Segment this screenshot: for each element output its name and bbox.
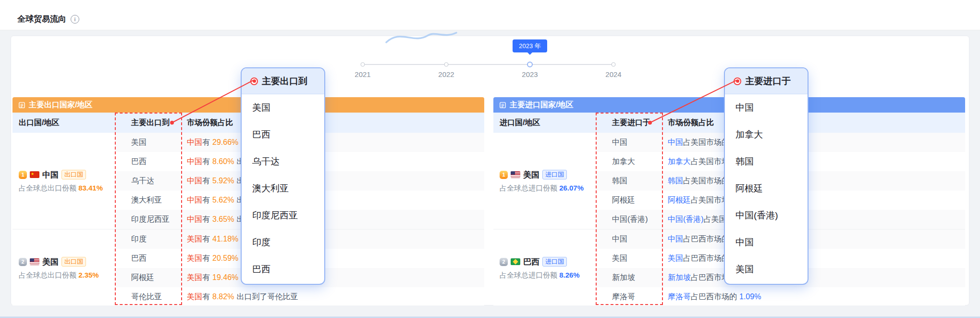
popup-item[interactable]: 乌干达 — [242, 148, 324, 175]
popup-item[interactable]: 巴西 — [242, 121, 324, 148]
exporter-cell: 1 中国 出口国 占全球总出口份额 83.41% — [12, 133, 115, 229]
timeline-year-label: 2023 — [511, 70, 549, 78]
page-title-text: 全球贸易流向 — [17, 13, 66, 25]
partner-name: 阿根廷 — [115, 273, 182, 283]
export-popup-list: 美国 巴西 乌干达 澳大利亚 印度尼西亚 印度 巴西 — [242, 94, 324, 283]
import-popup-title: 主要进口于 — [745, 75, 791, 88]
partner-name: 乌干达 — [115, 176, 182, 186]
partner-name: 巴西 — [115, 157, 182, 167]
partner-name: 美国 — [596, 254, 663, 264]
timeline-dot-2024[interactable] — [612, 63, 616, 67]
target-dot-icon — [250, 77, 258, 85]
popup-item[interactable]: 加拿大 — [725, 121, 808, 148]
popup-item[interactable]: 巴西 — [242, 256, 324, 283]
partner-name: 哥伦比亚 — [115, 292, 182, 302]
brazil-flag-icon — [511, 258, 520, 265]
partner-name: 巴西 — [115, 254, 182, 264]
market-share-text: 中国占美国市场的... — [663, 138, 965, 148]
global-share-text: 占全球总进口份额 26.07% — [500, 184, 596, 193]
market-share-text: 美国有20.59%出... — [182, 254, 484, 264]
partner-name: 印度 — [115, 234, 182, 244]
target-dot-icon — [734, 77, 741, 85]
country-name: 美国 — [523, 169, 539, 180]
popup-item[interactable]: 美国 — [242, 94, 324, 121]
popup-item[interactable]: 中国 — [725, 229, 808, 256]
list-icon — [18, 102, 25, 109]
trade-row[interactable]: 哥伦比亚 美国有8.82%出口到了哥伦比亚 — [115, 287, 484, 305]
market-share-text: 美国有8.82%出口到了哥伦比亚 — [182, 292, 484, 302]
import-popup-list: 中国 加拿大 韩国 阿根廷 中国(香港) 中国 美国 — [725, 94, 808, 283]
popup-item[interactable]: 中国(香港) — [725, 202, 808, 229]
popup-item[interactable]: 美国 — [725, 256, 808, 283]
importer-cell: 1 美国 进口国 占全球总进口份额 26.07% — [493, 133, 596, 229]
market-share-text: 美国有19.46%出... — [182, 273, 484, 283]
popup-item[interactable]: 阿根廷 — [725, 175, 808, 202]
column-header: 进口国/地区 — [493, 118, 596, 128]
market-share-text: 美国占巴西市场的... — [663, 254, 965, 264]
global-share-text: 占全球总进口份额 8.26% — [500, 271, 596, 280]
market-share-text: 中国(香港)占美国... — [663, 215, 965, 225]
list-icon — [499, 102, 506, 109]
market-share-text: 中国有8.60%出... — [182, 157, 484, 167]
export-popup-header: 主要出口到 — [242, 68, 324, 94]
timeline-year-label: 2024 — [594, 70, 633, 78]
timeline-dot-2021[interactable] — [361, 63, 365, 67]
share-value: 8.26% — [559, 271, 580, 279]
importer-cell: 2 巴西 进口国 占全球总进口份额 8.26% — [493, 229, 596, 305]
timeline-track[interactable] — [363, 64, 613, 65]
market-share-text: 摩洛哥占巴西市场的1.09% — [663, 292, 965, 302]
market-share-text: 阿根廷占美国市场... — [663, 195, 965, 205]
market-share-text: 中国有5.92%出... — [182, 176, 484, 186]
year-tooltip: 2023 年 — [513, 39, 547, 52]
timeline-year-label: 2021 — [343, 70, 382, 78]
share-value: 2.35% — [78, 271, 99, 279]
column-header: 主要进口于 — [596, 118, 663, 128]
popup-item[interactable]: 韩国 — [725, 148, 808, 175]
market-share-text: 美国有41.18%出... — [182, 234, 484, 244]
market-share-text: 加拿大占美国市场... — [663, 157, 965, 167]
importer-badge: 进口国 — [542, 257, 567, 267]
market-share-text: 中国有3.65%出... — [182, 215, 484, 225]
exporter-badge: 出口国 — [61, 170, 86, 180]
import-column-popup: 主要进口于 中国 加拿大 韩国 阿根廷 中国(香港) 中国 美国 — [724, 67, 808, 285]
export-column-popup: 主要出口到 美国 巴西 乌干达 澳大利亚 印度尼西亚 印度 巴西 — [241, 67, 325, 285]
timeline-dot-2023-selected[interactable] — [527, 62, 533, 67]
partner-name: 美国 — [115, 138, 182, 148]
trade-row[interactable]: 摩洛哥 摩洛哥占巴西市场的1.09% — [596, 287, 965, 305]
export-popup-title: 主要出口到 — [262, 75, 307, 88]
usa-flag-icon — [30, 258, 39, 265]
share-value: 83.41% — [78, 184, 103, 192]
partner-name: 阿根廷 — [596, 195, 663, 205]
rank-2-medal-icon: 2 — [19, 258, 27, 266]
topbar: 全球贸易流向 — [0, 0, 980, 30]
column-header: 市场份额占比 — [663, 118, 965, 128]
column-header: 市场份额占比 — [182, 118, 484, 128]
partner-name: 新加坡 — [596, 273, 663, 283]
partner-name: 中国 — [596, 138, 663, 148]
market-share-text: 新加坡占巴西市场... — [663, 273, 965, 283]
column-header: 主要出口到 — [115, 118, 182, 128]
rank-1-medal-icon: 1 — [19, 171, 27, 179]
partner-name: 印度尼西亚 — [115, 215, 182, 225]
market-share-text: 韩国占美国市场的... — [663, 176, 965, 186]
usa-flag-icon — [511, 171, 520, 178]
page: { "colors": { "accent_orange": "#F7A84E"… — [0, 0, 980, 318]
partner-name: 韩国 — [596, 176, 663, 186]
timeline-dot-2022[interactable] — [444, 63, 449, 67]
popup-item[interactable]: 印度尼西亚 — [242, 202, 324, 229]
country-name: 中国 — [42, 169, 59, 180]
import-popup-header: 主要进口于 — [725, 68, 808, 94]
export-table-title: 主要出口国家/地区 — [29, 100, 92, 110]
partner-name: 中国 — [596, 234, 663, 244]
exporter-cell: 2 美国 出口国 占全球总出口份额 2.35% — [12, 229, 115, 305]
info-icon[interactable] — [71, 15, 79, 24]
import-table-title: 主要进口国家/地区 — [510, 100, 573, 110]
china-flag-icon — [30, 171, 39, 178]
popup-item[interactable]: 中国 — [725, 94, 808, 121]
partner-name: 摩洛哥 — [596, 292, 663, 302]
global-share-text: 占全球总出口份额 2.35% — [19, 271, 115, 280]
popup-item[interactable]: 印度 — [242, 229, 324, 256]
column-header: 出口国/地区 — [12, 118, 115, 128]
popup-item[interactable]: 澳大利亚 — [242, 175, 324, 202]
importer-badge: 进口国 — [542, 170, 567, 180]
